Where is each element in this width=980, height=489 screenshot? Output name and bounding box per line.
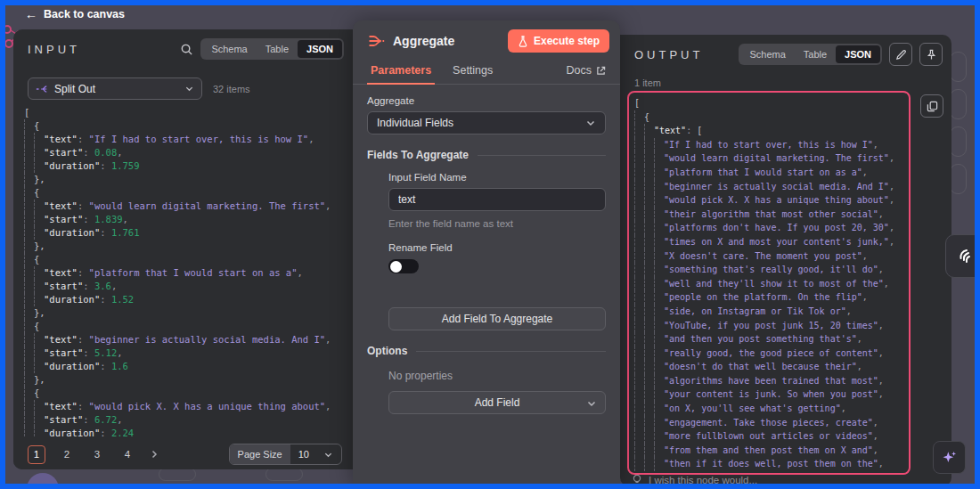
fields-to-aggregate-section: Fields To Aggregate bbox=[367, 149, 606, 161]
tab-table[interactable]: Table bbox=[795, 45, 836, 63]
page-size-select[interactable]: 10 bbox=[290, 444, 341, 464]
page-button-1[interactable]: 1 bbox=[28, 445, 45, 464]
edit-output-button[interactable] bbox=[889, 43, 912, 66]
node-parameters-body: Aggregate Individual Fields Fields To Ag… bbox=[353, 85, 620, 414]
flask-icon bbox=[518, 36, 528, 47]
copy-icon bbox=[927, 101, 938, 112]
chevron-down-icon bbox=[586, 398, 597, 409]
input-header: INPUT Schema Table JSON bbox=[13, 29, 353, 69]
input-items-count: 32 items bbox=[213, 84, 250, 94]
node-title: Aggregate bbox=[393, 34, 500, 48]
toggle-knob bbox=[390, 261, 402, 273]
add-field-label: Add Field bbox=[475, 396, 520, 409]
page-size-label: Page Size bbox=[230, 444, 290, 464]
lightbulb-icon bbox=[632, 474, 642, 484]
node-header: Aggregate Execute step bbox=[353, 20, 620, 58]
input-field-name-label: Input Field Name bbox=[388, 172, 606, 183]
source-node-label: Split Out bbox=[54, 83, 178, 95]
fields-to-aggregate-label: Fields To Aggregate bbox=[367, 149, 469, 161]
back-to-canvas-button[interactable]: ← Back to canvas bbox=[25, 7, 125, 21]
add-field-to-aggregate-button[interactable]: Add Field To Aggregate bbox=[388, 307, 606, 330]
input-source-row: Split Out 32 items bbox=[28, 77, 342, 100]
output-items-count: 1 item bbox=[634, 77, 661, 88]
page-size-value: 10 bbox=[298, 449, 309, 460]
output-title: OUTPUT bbox=[634, 48, 703, 61]
pin-icon bbox=[926, 49, 937, 61]
docs-label: Docs bbox=[567, 64, 592, 77]
input-title: INPUT bbox=[28, 43, 80, 56]
docs-link[interactable]: Docs bbox=[567, 64, 606, 84]
output-json-code[interactable]: [{"text": ["If I had to start over, this… bbox=[634, 96, 907, 471]
workflow-canvas: ← Back to canvas DL INPUT Schema Table bbox=[5, 5, 975, 484]
output-view-tabs: Schema Table JSON bbox=[739, 44, 882, 65]
input-field-hint: Enter the field name as text bbox=[388, 218, 606, 229]
next-page-button[interactable] bbox=[149, 449, 159, 460]
wish-node-label: I wish this node would... bbox=[649, 475, 757, 484]
no-properties-label: No properties bbox=[388, 370, 606, 382]
collapsed-panel-pill[interactable] bbox=[950, 52, 967, 82]
add-field-button[interactable]: Add Field bbox=[388, 391, 606, 414]
output-header: OUTPUT Schema Table JSON bbox=[620, 35, 951, 74]
execute-step-label: Execute step bbox=[534, 35, 600, 47]
aggregate-field-label: Aggregate bbox=[367, 95, 606, 106]
assistant-button[interactable] bbox=[945, 234, 975, 278]
chevron-down-icon bbox=[585, 118, 596, 128]
wish-node-row[interactable]: I wish this node would... bbox=[632, 474, 757, 484]
output-json-highlight-box: [{"text": ["If I had to start over, this… bbox=[627, 91, 911, 475]
input-field-name-input[interactable] bbox=[388, 188, 606, 211]
input-view-tabs: Schema Table JSON bbox=[200, 38, 344, 60]
execute-step-button[interactable]: Execute step bbox=[508, 29, 609, 53]
rename-field-label: Rename Field bbox=[388, 242, 606, 253]
sparkle-icon bbox=[941, 449, 959, 467]
canvas-ghost-button bbox=[159, 468, 196, 481]
screenshot-frame: ← Back to canvas DL INPUT Schema Table bbox=[0, 0, 980, 489]
tab-schema[interactable]: Schema bbox=[740, 45, 794, 63]
assistant-icon bbox=[954, 248, 972, 265]
collapsed-panel-pill[interactable] bbox=[950, 126, 967, 157]
node-tabs: Parameters Settings Docs bbox=[353, 58, 620, 85]
options-label: Options bbox=[367, 345, 407, 357]
tab-json[interactable]: JSON bbox=[836, 45, 880, 63]
pin-data-button[interactable] bbox=[919, 43, 943, 66]
field-card: Input Field Name Enter the field name as… bbox=[388, 172, 606, 273]
ai-sparkle-button[interactable] bbox=[933, 441, 966, 474]
input-pagination: 1 2 3 4 Page Size 10 bbox=[13, 439, 353, 469]
tab-settings[interactable]: Settings bbox=[453, 64, 493, 84]
page-button-2[interactable]: 2 bbox=[58, 445, 76, 464]
chevron-right-icon bbox=[149, 449, 159, 460]
tab-parameters[interactable]: Parameters bbox=[371, 64, 431, 84]
node-settings-panel: Aggregate Execute step Parameters Settin… bbox=[353, 20, 620, 484]
source-node-select[interactable]: Split Out bbox=[28, 77, 202, 100]
add-field-to-aggregate-label: Add Field To Aggregate bbox=[442, 313, 553, 325]
external-link-icon bbox=[596, 66, 606, 76]
copy-output-button[interactable] bbox=[920, 94, 943, 118]
chevron-down-icon bbox=[184, 84, 194, 94]
input-panel: INPUT Schema Table JSON Split Out 32 ite… bbox=[13, 29, 353, 469]
page-button-3[interactable]: 3 bbox=[88, 445, 106, 464]
back-to-canvas-label: Back to canvas bbox=[44, 8, 125, 20]
search-icon[interactable] bbox=[180, 43, 193, 56]
tab-schema[interactable]: Schema bbox=[202, 40, 256, 58]
collapsed-panel-pill[interactable] bbox=[950, 89, 967, 119]
options-section: Options bbox=[367, 345, 606, 357]
back-arrow-icon: ← bbox=[25, 7, 37, 21]
rename-field-toggle[interactable] bbox=[388, 259, 419, 273]
input-json-code[interactable]: [{"text": "If I had to start over, this … bbox=[24, 106, 349, 437]
pencil-icon bbox=[895, 49, 907, 61]
output-panel: OUTPUT Schema Table JSON 1 item bbox=[620, 35, 951, 484]
tab-json[interactable]: JSON bbox=[298, 40, 342, 58]
aggregate-node-icon bbox=[367, 32, 385, 50]
avatar[interactable]: DL bbox=[27, 473, 59, 484]
page-button-4[interactable]: 4 bbox=[118, 445, 136, 464]
canvas-ghost-button bbox=[265, 468, 303, 481]
split-out-icon bbox=[36, 83, 48, 95]
tab-table[interactable]: Table bbox=[257, 40, 298, 58]
page-size-control: Page Size 10 bbox=[229, 444, 342, 465]
aggregate-mode-value: Individual Fields bbox=[377, 117, 585, 129]
aggregate-mode-select[interactable]: Individual Fields bbox=[367, 111, 606, 134]
collapsed-panel-pill[interactable] bbox=[950, 164, 967, 194]
chevron-down-icon bbox=[323, 450, 333, 460]
